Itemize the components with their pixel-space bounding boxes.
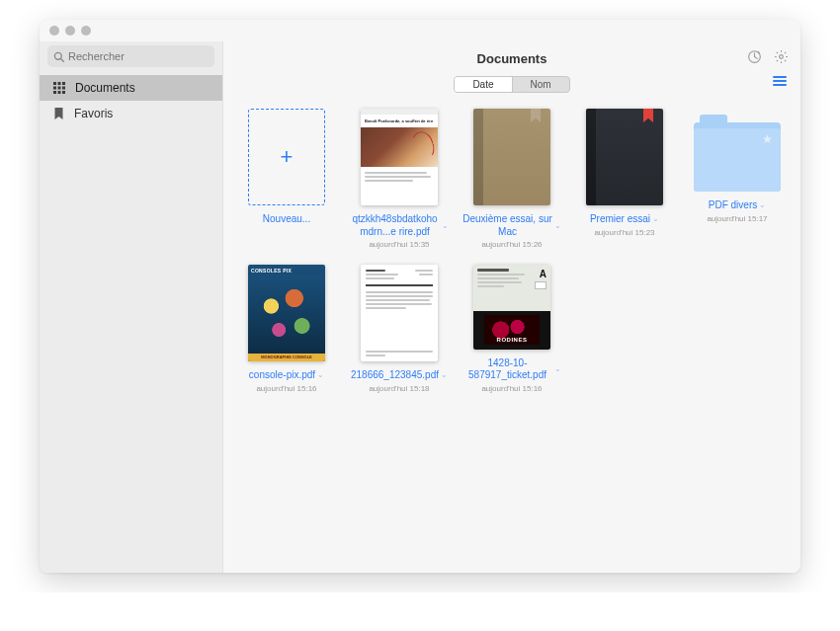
chevron-down-icon: ⌄ bbox=[652, 214, 659, 224]
document-item[interactable]: A RODINES 1428-10-587917_ticket.pdf⌄ auj… bbox=[461, 265, 563, 393]
document-date: aujourd'hui 15:18 bbox=[369, 384, 429, 393]
svg-rect-10 bbox=[62, 91, 65, 94]
chevron-down-icon: ⌄ bbox=[441, 370, 448, 380]
search-icon bbox=[53, 51, 64, 62]
page-title: Documents bbox=[223, 51, 800, 66]
document-date: aujourd'hui 15:17 bbox=[707, 214, 767, 223]
document-name[interactable]: Premier essai⌄ bbox=[590, 213, 659, 226]
search-input[interactable] bbox=[68, 50, 209, 62]
document-name[interactable]: 218666_123845.pdf⌄ bbox=[351, 369, 448, 382]
document-thumb[interactable] bbox=[361, 265, 438, 361]
document-date: aujourd'hui 15:26 bbox=[481, 240, 542, 249]
svg-line-21 bbox=[785, 52, 786, 53]
sidebar-item-favoris[interactable]: Favoris bbox=[40, 101, 222, 126]
document-date: aujourd'hui 15:23 bbox=[594, 228, 654, 237]
bookmark-icon bbox=[53, 108, 64, 119]
svg-line-20 bbox=[777, 60, 778, 61]
logo-letter: A bbox=[540, 269, 546, 279]
minimize-window-button[interactable] bbox=[65, 26, 75, 36]
svg-line-18 bbox=[777, 52, 778, 53]
svg-rect-3 bbox=[58, 82, 61, 85]
document-name[interactable]: qtzkkh48sbdatkohomdrn...e rire.pdf⌄ bbox=[350, 213, 449, 238]
svg-rect-8 bbox=[53, 91, 56, 94]
svg-rect-5 bbox=[53, 87, 56, 90]
folder-thumb[interactable]: ★ bbox=[694, 122, 781, 192]
sort-controls: Date Nom bbox=[223, 76, 800, 93]
bookmark-icon bbox=[643, 109, 653, 122]
chevron-down-icon: ⌄ bbox=[317, 370, 324, 380]
plus-icon: + bbox=[281, 144, 294, 170]
new-document-label: Nouveau... bbox=[263, 213, 310, 226]
document-name[interactable]: PDF divers⌄ bbox=[709, 199, 766, 212]
titlebar bbox=[40, 20, 800, 41]
document-date: aujourd'hui 15:16 bbox=[256, 384, 316, 393]
chevron-down-icon: ⌄ bbox=[554, 364, 561, 374]
header: Documents bbox=[223, 41, 800, 66]
svg-line-1 bbox=[61, 58, 64, 61]
zoom-window-button[interactable] bbox=[81, 26, 91, 36]
main-content: Documents Date Nom bbox=[223, 41, 800, 573]
document-name[interactable]: Deuxième essai, sur Mac⌄ bbox=[462, 213, 561, 238]
magazine-band: MONOGRAPHIE CONSOLE bbox=[248, 354, 325, 361]
ticket-poster: RODINES bbox=[484, 315, 540, 345]
star-icon: ★ bbox=[762, 132, 773, 146]
folder-item[interactable]: ★ PDF divers⌄ aujourd'hui 15:17 bbox=[686, 109, 789, 249]
sort-segmented: Date Nom bbox=[454, 76, 569, 93]
svg-rect-4 bbox=[62, 82, 65, 85]
app-window: Documents Favoris Documents Date Nom bbox=[40, 20, 800, 573]
new-document-thumb[interactable]: + bbox=[248, 109, 325, 205]
document-item[interactable]: Benoît Poelvoorde, a souffert de rire qt… bbox=[348, 109, 451, 249]
document-item[interactable]: CONSOLES PIX MONOGRAPHIE CONSOLE console… bbox=[235, 265, 338, 393]
magazine-masthead: CONSOLES PIX bbox=[248, 265, 325, 275]
sort-date-tab[interactable]: Date bbox=[455, 77, 511, 92]
list-view-toggle[interactable] bbox=[773, 76, 787, 86]
svg-point-12 bbox=[758, 51, 760, 53]
sync-icon[interactable] bbox=[747, 49, 762, 64]
settings-icon[interactable] bbox=[774, 49, 789, 64]
document-item[interactable]: Deuxième essai, sur Mac⌄ aujourd'hui 15:… bbox=[461, 109, 563, 249]
sidebar-item-label: Documents bbox=[75, 81, 135, 95]
chevron-down-icon: ⌄ bbox=[554, 221, 561, 231]
document-thumb[interactable]: CONSOLES PIX MONOGRAPHIE CONSOLE bbox=[248, 265, 325, 361]
search-field[interactable] bbox=[47, 45, 214, 67]
document-item[interactable]: Premier essai⌄ aujourd'hui 15:23 bbox=[573, 109, 676, 249]
document-thumb[interactable] bbox=[586, 109, 663, 205]
documents-scroll[interactable]: + Nouveau... Benoît Poelvoorde, a souffe… bbox=[223, 99, 800, 573]
sidebar: Documents Favoris bbox=[40, 41, 223, 573]
chevron-down-icon: ⌄ bbox=[442, 221, 449, 231]
sidebar-item-label: Favoris bbox=[74, 107, 113, 120]
sort-nom-tab[interactable]: Nom bbox=[512, 77, 569, 92]
document-name[interactable]: console-pix.pdf⌄ bbox=[249, 369, 324, 382]
svg-point-13 bbox=[780, 55, 784, 59]
document-name[interactable]: 1428-10-587917_ticket.pdf⌄ bbox=[462, 357, 561, 382]
document-item[interactable]: 218666_123845.pdf⌄ aujourd'hui 15:18 bbox=[348, 265, 451, 393]
svg-rect-7 bbox=[62, 87, 65, 90]
sidebar-item-documents[interactable]: Documents bbox=[40, 75, 222, 101]
document-thumb[interactable]: A RODINES bbox=[473, 265, 550, 350]
document-thumb[interactable]: Benoît Poelvoorde, a souffert de rire bbox=[361, 109, 438, 205]
document-date: aujourd'hui 15:16 bbox=[481, 384, 542, 393]
close-window-button[interactable] bbox=[49, 26, 59, 36]
grid-icon bbox=[53, 82, 65, 94]
svg-rect-9 bbox=[58, 91, 61, 94]
chevron-down-icon: ⌄ bbox=[759, 200, 766, 210]
document-date: aujourd'hui 15:35 bbox=[369, 240, 429, 249]
svg-rect-2 bbox=[53, 82, 56, 85]
document-thumb[interactable] bbox=[473, 109, 550, 205]
new-document-item[interactable]: + Nouveau... bbox=[235, 109, 338, 249]
documents-grid: + Nouveau... Benoît Poelvoorde, a souffe… bbox=[235, 109, 789, 393]
bookmark-icon bbox=[531, 109, 541, 122]
svg-line-19 bbox=[785, 60, 786, 61]
svg-rect-6 bbox=[58, 87, 61, 90]
